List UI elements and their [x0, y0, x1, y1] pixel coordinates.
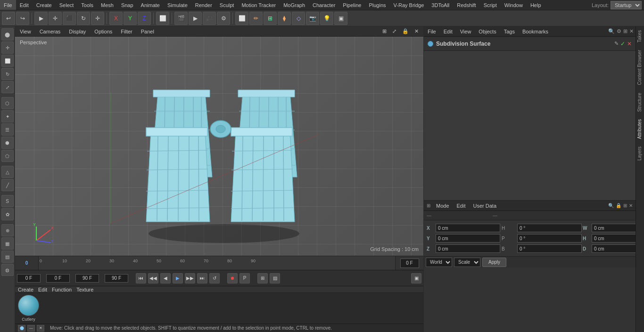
- status-mode-icon[interactable]: ⬤: [18, 325, 25, 332]
- rp-settings-icon[interactable]: ⚙: [617, 28, 621, 34]
- rp-tab-objects[interactable]: Objects: [475, 26, 500, 36]
- p-input[interactable]: [517, 234, 582, 243]
- h-input[interactable]: [517, 224, 582, 232]
- status-minimize-icon[interactable]: —: [27, 325, 35, 332]
- rp-tab-view[interactable]: View: [456, 26, 475, 36]
- z-axis-btn[interactable]: Z: [138, 12, 151, 25]
- menu-tools[interactable]: Tools: [77, 0, 97, 10]
- menu-select[interactable]: Select: [56, 0, 78, 10]
- camera-btn[interactable]: 📷: [306, 12, 319, 25]
- menu-create[interactable]: Create: [33, 0, 56, 10]
- render-active-view-btn[interactable]: ▶: [189, 12, 202, 25]
- attr-close-icon[interactable]: ✕: [629, 203, 633, 208]
- vtab-structure[interactable]: Structure: [636, 89, 644, 116]
- vp-menu-panel[interactable]: Panel: [139, 29, 156, 34]
- render-settings-btn[interactable]: ⚙: [217, 12, 230, 25]
- light-btn[interactable]: 💡: [320, 12, 333, 25]
- goto-end-button[interactable]: ⏭: [197, 273, 207, 283]
- rp-search-icon[interactable]: 🔍: [608, 28, 615, 34]
- render-region-btn[interactable]: 🎬: [174, 12, 188, 25]
- attr-search-icon[interactable]: 🔍: [608, 203, 614, 208]
- menu-mesh[interactable]: Mesh: [97, 0, 117, 10]
- preview-start-input[interactable]: [46, 274, 70, 283]
- render-to-po-btn[interactable]: 🎥: [203, 12, 216, 25]
- lt-btn-16[interactable]: ▦: [1, 237, 14, 250]
- vp-menu-display[interactable]: Display: [67, 29, 88, 34]
- anim-right-btn[interactable]: ▣: [411, 273, 421, 283]
- menu-script[interactable]: Script: [480, 0, 501, 10]
- select-tool-button[interactable]: ▶: [34, 12, 48, 25]
- timeline-ruler[interactable]: 0 0 10 20 30 40 50 60 70 80 90: [15, 256, 423, 270]
- deformer-btn[interactable]: ⧫: [278, 12, 291, 25]
- menu-character[interactable]: Character: [309, 0, 339, 10]
- subdiv-edit-icon[interactable]: ✎: [614, 40, 619, 47]
- menu-motion-tracker[interactable]: Motion Tracker: [238, 0, 280, 10]
- nurbs-btn[interactable]: ⊞: [264, 12, 277, 25]
- rp-tab-file[interactable]: File: [424, 26, 440, 36]
- attr-tab-userdata[interactable]: User Data: [471, 203, 499, 209]
- redo-button[interactable]: ↪: [16, 12, 29, 25]
- attr-lock-icon[interactable]: 🔒: [616, 203, 621, 208]
- rotate-tool-button[interactable]: ↻: [77, 12, 90, 25]
- object-mode-btn[interactable]: ⬜: [156, 12, 169, 25]
- step-back-button[interactable]: ◀◀: [148, 273, 158, 283]
- transform-button[interactable]: ✛: [91, 12, 104, 25]
- vp-expand-icon[interactable]: ⊞: [380, 28, 388, 34]
- rp-tab-bookmarks[interactable]: Bookmarks: [519, 26, 552, 36]
- lt-btn-14[interactable]: ✿: [1, 208, 14, 220]
- attr-tab-edit[interactable]: Edit: [455, 203, 468, 209]
- apply-button[interactable]: Apply: [482, 258, 506, 267]
- lt-btn-13[interactable]: S: [1, 195, 14, 207]
- mat-menu-texture[interactable]: Texture: [76, 287, 93, 292]
- lt-btn-4[interactable]: ↻: [1, 68, 14, 80]
- vtab-attributes[interactable]: Attributes: [636, 115, 644, 143]
- lt-btn-2[interactable]: ✛: [1, 41, 14, 54]
- field-btn[interactable]: ◇: [292, 12, 305, 25]
- menu-animate[interactable]: Animate: [137, 0, 164, 10]
- vp-lock-icon[interactable]: 🔒: [400, 28, 411, 34]
- rp-tab-tags[interactable]: Tags: [500, 26, 519, 36]
- rp-expand-icon[interactable]: ⊞: [623, 28, 627, 34]
- vtab-takes[interactable]: Takes: [636, 26, 644, 46]
- start-frame-input[interactable]: [17, 274, 41, 283]
- rp-tab-edit[interactable]: Edit: [440, 26, 456, 36]
- menu-3dtoall[interactable]: 3DToAll: [428, 0, 453, 10]
- play-forward-button[interactable]: ▶: [173, 273, 183, 283]
- goto-start-button[interactable]: ⏮: [136, 273, 146, 283]
- menu-render[interactable]: Render: [191, 0, 216, 10]
- lt-btn-11[interactable]: △: [1, 166, 14, 178]
- menu-sculpt[interactable]: Sculpt: [216, 0, 238, 10]
- vp-menu-options[interactable]: Options: [92, 29, 114, 34]
- mat-menu-edit[interactable]: Edit: [38, 287, 47, 292]
- lt-btn-3[interactable]: ⬜: [1, 55, 14, 67]
- autokey-button[interactable]: P: [239, 273, 250, 283]
- vp-menu-filter[interactable]: Filter: [119, 29, 134, 34]
- status-close-icon[interactable]: ✕: [37, 325, 44, 332]
- lt-btn-10[interactable]: ⬠: [1, 150, 14, 162]
- subdiv-x-icon[interactable]: ✕: [627, 40, 632, 47]
- rp-close-icon[interactable]: ✕: [629, 28, 634, 34]
- y-axis-btn[interactable]: Y: [124, 12, 137, 25]
- preview-end-input[interactable]: [75, 274, 99, 283]
- z-pos-input[interactable]: [436, 244, 500, 253]
- menu-plugins[interactable]: Plugins: [365, 0, 389, 10]
- menu-simulate[interactable]: Simulate: [164, 0, 191, 10]
- anim-settings-btn[interactable]: ⊞: [257, 273, 268, 283]
- lt-btn-12[interactable]: ╱: [1, 179, 14, 191]
- lt-btn-15[interactable]: ⊕: [1, 224, 14, 236]
- scene-nodes-btn[interactable]: ▣: [334, 12, 347, 25]
- mat-menu-function[interactable]: Function: [52, 287, 72, 292]
- mat-menu-create[interactable]: Create: [18, 287, 33, 292]
- menu-pipeline[interactable]: Pipeline: [339, 0, 365, 10]
- lt-btn-9[interactable]: ⬢: [1, 137, 14, 149]
- lt-btn-7[interactable]: ✦: [1, 110, 14, 122]
- timeline-track[interactable]: 0 10 20 30 40 50 60 70 80 90: [39, 256, 395, 270]
- vtab-content-browser[interactable]: Content Browser: [636, 46, 644, 89]
- layout-dropdown[interactable]: Startup: [611, 1, 642, 9]
- subdiv-check-icon[interactable]: ✓: [620, 40, 625, 47]
- scale-tool-button[interactable]: ⬛: [63, 12, 76, 25]
- lt-btn-8[interactable]: ☰: [1, 123, 14, 136]
- scale-dropdown[interactable]: Scale: [454, 258, 480, 267]
- motion-clip-btn[interactable]: ▤: [270, 273, 280, 283]
- vp-menu-cameras[interactable]: Cameras: [38, 29, 63, 34]
